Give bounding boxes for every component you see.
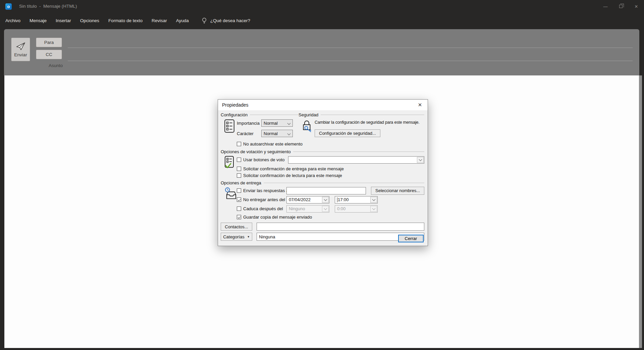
outlook-app-icon: o: [5, 3, 12, 10]
expire-date-combobox: Ninguno: [286, 205, 329, 213]
delivery-receipt-checkbox[interactable]: [237, 167, 241, 171]
seguridad-description: Cambiar la configuración de seguridad pa…: [315, 120, 420, 125]
to-field[interactable]: [68, 39, 633, 48]
subject-label: Asunto: [39, 63, 72, 68]
combo-arrow-button: [322, 206, 329, 212]
configuracion-header: Configuración: [221, 112, 299, 117]
dialog-title: Propiedades: [222, 102, 416, 108]
dialog-close-icon[interactable]: ✕: [416, 101, 424, 109]
importancia-select[interactable]: Normal: [261, 119, 293, 127]
read-receipt-label: Solicitar confirmación de lectura para e…: [243, 173, 342, 178]
expire-time-combobox: 0:00: [335, 205, 378, 213]
tell-me-box[interactable]: ¿Qué desea hacer?: [202, 17, 250, 24]
send-replies-input[interactable]: [286, 187, 366, 194]
defer-delivery-checkbox[interactable]: [237, 197, 241, 202]
chevron-down-icon: [324, 207, 327, 210]
menu-formato-de-texto[interactable]: Formato de texto: [108, 16, 143, 25]
dialog-body: Configuración: [218, 110, 428, 241]
vote-buttons-checkbox[interactable]: [237, 158, 241, 162]
send-button[interactable]: Enviar: [11, 38, 30, 61]
section-votacion: Opciones de votación y seguimiento: [221, 149, 424, 178]
seguridad-header: Seguridad: [299, 112, 424, 117]
tell-me-label: ¿Qué desea hacer?: [210, 18, 250, 23]
menu-mensaje[interactable]: Mensaje: [30, 16, 47, 25]
restore-glyph: [619, 5, 623, 8]
importancia-value: Normal: [264, 121, 278, 126]
delivery-receipt-label: Solicitar confirmación de entrega para e…: [243, 166, 344, 171]
security-settings-button[interactable]: Configuración de seguridad...: [315, 129, 380, 137]
menu-archivo[interactable]: Archivo: [5, 16, 20, 25]
voting-checklist-icon: [224, 156, 235, 169]
cc-field[interactable]: [68, 52, 633, 61]
dialog-title-bar: Propiedades ✕: [218, 100, 428, 110]
send-replies-checkbox[interactable]: [237, 188, 241, 193]
window-title: Sin título - Mensaje (HTML): [19, 4, 77, 9]
settings-checklist-icon: [224, 119, 234, 133]
expire-date-value: Ninguno: [289, 206, 305, 211]
categories-label-post: orías: [235, 234, 245, 239]
contacts-field[interactable]: [257, 223, 424, 231]
chevron-down-icon: [372, 197, 375, 201]
close-icon[interactable]: ✕: [629, 0, 644, 13]
expire-after-checkbox[interactable]: [237, 207, 241, 211]
vote-buttons-combobox[interactable]: [288, 156, 424, 164]
chevron-down-icon: [324, 197, 327, 201]
menu-revisar[interactable]: Revisar: [152, 16, 167, 25]
contacts-button[interactable]: Contactos...: [221, 223, 252, 231]
section-entrega: Opciones de entrega: [221, 180, 424, 220]
combo-arrow-button[interactable]: [370, 197, 377, 203]
outlook-message-window: o Sin título - Mensaje (HTML) — ✕ Archiv…: [0, 0, 644, 350]
delivery-clock-icon: [224, 187, 237, 201]
menu-opciones[interactable]: Opciones: [80, 16, 99, 25]
subject-field[interactable]: [68, 65, 633, 74]
autoarchive-checkbox[interactable]: [237, 142, 241, 146]
categories-label-accel: g: [232, 234, 235, 239]
send-icon: [16, 42, 26, 50]
properties-dialog: Propiedades ✕ Configuración: [218, 99, 428, 246]
categories-button[interactable]: Categorías ▼: [221, 233, 252, 241]
defer-time-combobox[interactable]: 17:00: [335, 196, 378, 203]
send-replies-label: Enviar las respuestas a: [243, 188, 288, 193]
section-seguridad: Seguridad Cambiar la: [299, 112, 424, 147]
importancia-label: Importancia: [237, 121, 261, 126]
send-label: Enviar: [14, 52, 27, 57]
votacion-header: Opciones de votación y seguimiento: [221, 149, 424, 154]
restore-icon[interactable]: [613, 0, 629, 13]
vote-buttons-label: Usar botones de voto: [243, 157, 285, 162]
security-lock-icon: [302, 120, 313, 133]
save-copy-label: Guardar copia del mensaje enviado: [243, 215, 312, 220]
defer-date-value: 07/04/2022: [289, 197, 311, 202]
select-names-button[interactable]: Seleccionar nombres...: [371, 187, 424, 195]
chevron-down-icon: [419, 158, 422, 161]
chevron-down-icon: [287, 132, 291, 135]
lightbulb-icon: [202, 17, 207, 24]
entrega-header: Opciones de entrega: [221, 180, 424, 185]
menu-ayuda[interactable]: Ayuda: [176, 16, 189, 25]
caracter-select[interactable]: Normal: [261, 130, 293, 137]
title-bar: o Sin título - Mensaje (HTML) — ✕: [0, 0, 644, 13]
to-button[interactable]: Para: [36, 38, 62, 47]
read-receipt-checkbox[interactable]: [237, 173, 241, 178]
vertical-scrollbar[interactable]: [639, 75, 642, 348]
defer-date-combobox[interactable]: 07/04/2022: [286, 196, 329, 203]
combo-arrow-button[interactable]: [322, 197, 329, 203]
caracter-label: Carácter: [237, 131, 261, 136]
menu-insertar[interactable]: Insertar: [56, 16, 71, 25]
ribbon-header: Enviar Para CC Asunto: [4, 29, 639, 75]
expire-after-label: Caduca después del: [243, 206, 283, 211]
text-caret: [337, 197, 337, 202]
minimize-icon[interactable]: —: [598, 0, 613, 13]
dropdown-triangle-icon: ▼: [247, 235, 250, 238]
combo-arrow-button[interactable]: [417, 157, 424, 163]
save-copy-checkbox[interactable]: [237, 215, 241, 219]
categories-label-pre: Cate: [223, 234, 232, 239]
expire-time-value: 0:00: [337, 206, 345, 211]
window-controls: — ✕: [598, 0, 644, 13]
cc-button[interactable]: CC: [36, 50, 62, 59]
categories-value: Ninguna: [259, 234, 275, 239]
menu-bar: Archivo Mensaje Insertar Opciones Format…: [0, 13, 644, 28]
chevron-down-icon: [287, 122, 291, 125]
autoarchive-label: No autoarchivar este elemento: [243, 141, 303, 147]
close-dialog-button[interactable]: Cerrar: [398, 235, 424, 242]
chevron-down-icon: [372, 207, 375, 210]
